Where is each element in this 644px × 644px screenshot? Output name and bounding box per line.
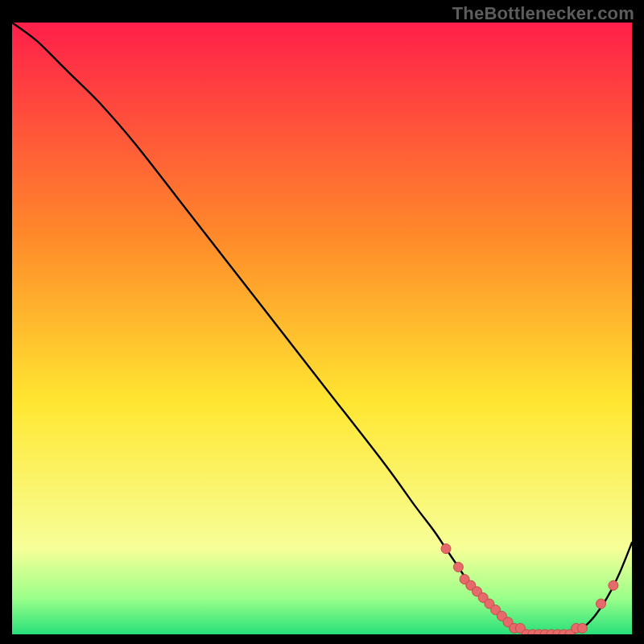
plot-area: [12, 23, 632, 634]
highlight-point: [577, 623, 587, 633]
highlight-point: [453, 562, 463, 572]
highlight-point: [597, 599, 606, 609]
highlight-point: [609, 580, 618, 590]
highlight-point: [441, 544, 451, 554]
watermark-text: TheBottlenecker.com: [452, 3, 634, 24]
bottleneck-curve: [12, 23, 632, 634]
curve-layer: [12, 23, 632, 634]
chart-container: TheBottlenecker.com: [0, 0, 644, 644]
